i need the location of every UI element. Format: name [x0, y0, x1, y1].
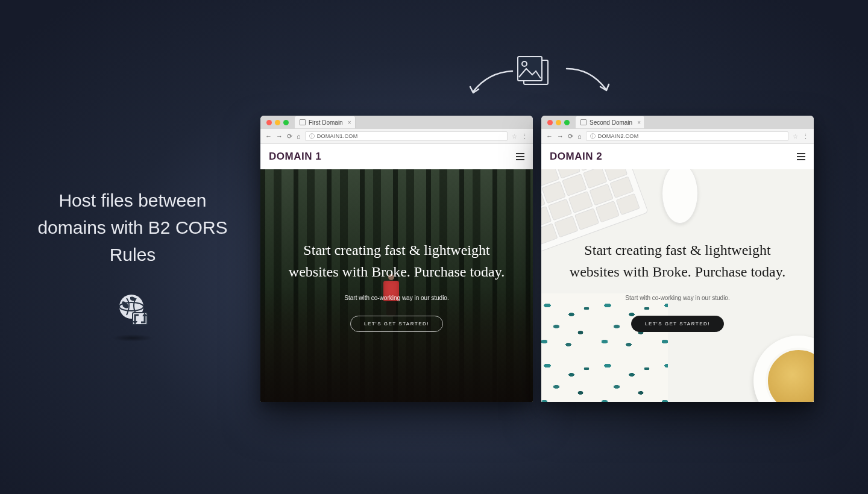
- favicon-icon: [300, 119, 306, 125]
- tab-title: First Domain: [309, 119, 343, 126]
- menu-dots-icon[interactable]: ⋮: [521, 133, 528, 140]
- close-tab-icon[interactable]: ×: [637, 119, 641, 126]
- cta-button[interactable]: LET'S GET STARTED!: [631, 316, 724, 332]
- url-input[interactable]: ⓘ DOMAIN1.COM: [305, 131, 508, 141]
- curved-arrow-right-icon: [561, 60, 615, 96]
- maximize-icon[interactable]: [564, 120, 570, 125]
- address-bar: ← → ⟳ ⌂ ⓘ DOMAIN2.COM ☆ ⋮: [541, 129, 814, 144]
- close-icon[interactable]: [266, 120, 272, 125]
- forward-icon[interactable]: →: [276, 133, 283, 140]
- site-title: DOMAIN 1: [269, 151, 321, 163]
- icon-shadow: [112, 334, 154, 342]
- pattern-square: [541, 293, 668, 402]
- coffee-cup-illustration: [753, 336, 814, 402]
- desk-bg: [541, 169, 814, 402]
- page-content: DOMAIN 1 Start creating fast & lightweig…: [260, 144, 533, 402]
- hero-title: Start creating fast & lightweight websit…: [563, 239, 792, 283]
- maximize-icon[interactable]: [283, 120, 289, 125]
- minimize-icon[interactable]: [556, 120, 561, 125]
- menu-dots-icon[interactable]: ⋮: [802, 133, 809, 140]
- hero-section: Start creating fast & lightweight websit…: [260, 169, 533, 402]
- hamburger-menu-icon[interactable]: [797, 153, 805, 160]
- tab-bar: First Domain ×: [260, 116, 533, 129]
- hero-subtitle: Start with co-working way in our studio.: [344, 295, 448, 301]
- browser-window-1: First Domain × ← → ⟳ ⌂ ⓘ DOMAIN1.COM ☆ ⋮…: [260, 116, 533, 402]
- reload-icon[interactable]: ⟳: [287, 133, 292, 140]
- site-header: DOMAIN 1: [260, 144, 533, 169]
- reload-icon[interactable]: ⟳: [568, 133, 573, 140]
- page-content: DOMAIN 2 Start creating fast & lightweig…: [541, 144, 814, 402]
- globe-arrows-icon: [112, 289, 154, 331]
- info-icon: ⓘ: [590, 133, 596, 140]
- home-icon[interactable]: ⌂: [577, 133, 582, 140]
- url-input[interactable]: ⓘ DOMAIN2.COM: [586, 131, 788, 141]
- favicon-icon: [580, 119, 587, 125]
- image-stack-icon: [515, 54, 552, 88]
- browser-tab[interactable]: First Domain ×: [295, 116, 356, 128]
- curved-arrow-left-icon: [464, 66, 518, 102]
- info-icon: ⓘ: [309, 133, 315, 140]
- hero-section: Start creating fast & lightweight websit…: [541, 169, 814, 402]
- tab-bar: Second Domain ×: [541, 116, 814, 129]
- bookmark-icon[interactable]: ☆: [512, 133, 517, 140]
- tab-title: Second Domain: [590, 119, 632, 126]
- hero-subtitle: Start with co-working way in our studio.: [625, 295, 729, 301]
- hamburger-menu-icon[interactable]: [516, 153, 524, 160]
- site-title: DOMAIN 2: [550, 151, 602, 163]
- close-tab-icon[interactable]: ×: [348, 119, 351, 126]
- back-icon[interactable]: ←: [265, 133, 272, 140]
- svg-rect-6: [518, 57, 542, 81]
- site-header: DOMAIN 2: [541, 144, 814, 169]
- url-text: DOMAIN2.COM: [598, 133, 639, 139]
- bookmark-icon[interactable]: ☆: [793, 133, 798, 140]
- cta-button[interactable]: LET'S GET STARTED!: [350, 316, 443, 332]
- browser-window-2: Second Domain × ← → ⟳ ⌂ ⓘ DOMAIN2.COM ☆ …: [541, 116, 814, 402]
- forward-icon[interactable]: →: [557, 133, 564, 140]
- close-icon[interactable]: [547, 120, 553, 125]
- marketing-caption: Host files between domains with B2 CORS …: [36, 187, 229, 268]
- traffic-lights: [266, 120, 289, 125]
- traffic-lights: [547, 120, 570, 125]
- browser-tab[interactable]: Second Domain ×: [576, 116, 645, 128]
- url-text: DOMAIN1.COM: [317, 133, 358, 139]
- back-icon[interactable]: ←: [546, 133, 553, 140]
- home-icon[interactable]: ⌂: [297, 133, 301, 140]
- minimize-icon[interactable]: [275, 120, 280, 125]
- mouse-illustration: [662, 169, 698, 224]
- hero-title: Start creating fast & lightweight websit…: [282, 239, 511, 283]
- address-bar: ← → ⟳ ⌂ ⓘ DOMAIN1.COM ☆ ⋮: [260, 129, 533, 144]
